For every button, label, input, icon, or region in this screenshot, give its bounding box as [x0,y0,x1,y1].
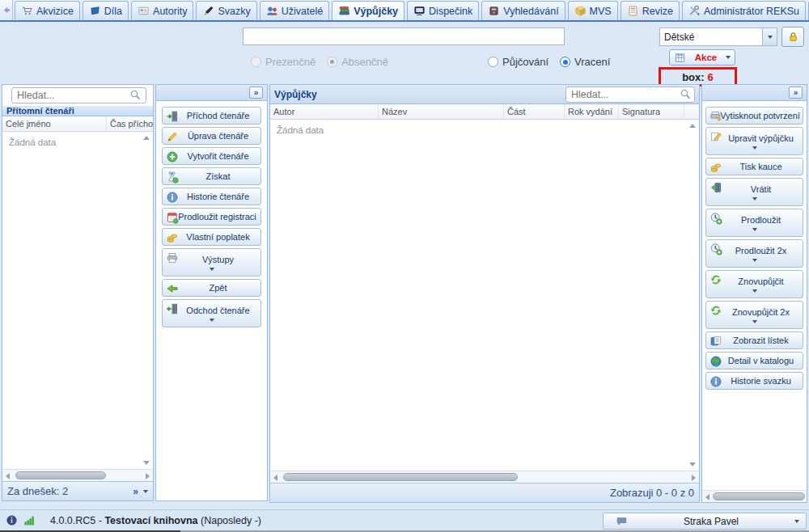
user-name: Straka Pavel [628,516,794,527]
box-value: 6 [708,71,714,83]
tab-svazky[interactable]: Svazky [196,1,256,20]
button-label: Prodloužit registraci [165,212,258,222]
version-number: 4.0.0.RC5 - [50,515,102,526]
action-vytisknout-potvrzeni[interactable]: Vytisknout potvrzení [705,107,803,125]
radio-pujcovani[interactable]: Půjčování [488,56,549,68]
action-zpet[interactable]: Zpět [162,279,261,297]
scrollbar-thumb[interactable] [283,473,518,481]
tab-uzivatele[interactable]: Uživatelé [260,1,329,20]
action-odchod-ctenare[interactable]: Odchod čtenáře [162,299,261,327]
table-icon [674,52,686,64]
department-value: Dětské [660,32,762,43]
action-upravit-vypujcku[interactable]: Upravit výpůjčku [705,127,803,155]
action-tisk-kauce[interactable]: Tisk kauce [705,158,803,175]
scroll-left-icon [705,494,709,500]
clock-plus-icon [709,212,722,225]
scroll-down-icon [689,462,696,467]
loans-search-input[interactable] [565,87,695,103]
column-cast[interactable]: Část [504,104,565,119]
tab-vypujcky[interactable]: Výpůjčky [332,1,404,20]
radio-prezencne[interactable]: Prezenčně [251,56,316,68]
action-historie-svazku[interactable]: Historie svazku [705,372,803,390]
footer-expand-button[interactable]: » [133,486,138,497]
column-cas-prichod[interactable]: Čas příchod [107,116,153,131]
works-icon [89,5,101,17]
user-button[interactable]: Straka Pavel [603,513,807,530]
akce-button[interactable]: Akce [669,49,735,65]
action-prodlouzit-2x[interactable]: Prodloužit 2x [705,239,803,268]
tab-vyhledavani[interactable]: Vyhledávání [481,1,565,20]
readers-vertical-scrollbar[interactable] [141,132,153,469]
calendar-icon [166,211,179,224]
reader-actions-body: Příchod čtenáře Úprava čtenáře Vytvořit … [156,101,267,500]
scrollbar-thumb[interactable] [713,492,805,500]
column-rok-vydani[interactable]: Rok vydání [565,104,619,119]
tab-revize[interactable]: Revize [621,1,680,20]
action-vratit[interactable]: Vrátit [705,178,803,206]
door-out-icon [166,302,179,315]
scrollbar-thumb[interactable] [15,471,106,479]
department-select[interactable]: Dětské [659,27,777,46]
column-cele-jmeno[interactable]: Celé jméno [2,116,107,131]
action-prodlouzit-registraci[interactable]: Prodloužit registraci [162,208,261,226]
action-vytvorit-ctenare[interactable]: Vytvořit čtenáře [162,147,261,165]
column-signatura[interactable]: Signatura [619,104,684,119]
action-vlastni-poplatek[interactable]: Vlastní poplatek [162,228,261,246]
box-label: box: [682,71,704,83]
action-detail-v-katalogu[interactable]: Detail v katalogu [705,352,803,369]
presence-radio-group: Prezenčně Absenčně [251,56,388,68]
column-autor[interactable]: Autor [270,104,379,119]
radio-icon [488,57,498,67]
panel-title: Výpůjčky [274,89,317,100]
button-label: Zpět [194,283,228,293]
tab-dila[interactable]: Díla [83,1,129,20]
action-ziskat[interactable]: Získat [162,167,261,185]
action-zobrazit-listek[interactable]: Zobrazit lístek [705,331,803,349]
empty-data-text: Žádná data [277,125,324,135]
radio-vraceni[interactable]: Vracení [560,56,610,68]
tab-label: Dispečink [429,6,472,17]
readers-search-input[interactable] [11,87,146,103]
tab-scroll-left-button[interactable] [0,0,13,20]
action-prichod-ctenare[interactable]: Příchod čtenáře [162,107,261,125]
loan-actions-scrollbar[interactable] [702,490,807,502]
tab-label: Autority [153,6,187,17]
action-znovupujcit[interactable]: Znovupůjčit [705,270,803,298]
readers-count-text: Za dnešek: 2 [7,485,68,497]
tab-akvizice[interactable]: Akvizice [15,1,80,20]
collapse-panel-button[interactable]: » [249,87,263,99]
loans-horizontal-scrollbar[interactable] [270,471,699,483]
button-label: Znovupůjčit [723,277,785,287]
signal-icon [23,514,36,526]
column-nazev[interactable]: Název [379,104,504,119]
package-icon [574,5,587,17]
tab-dispecink[interactable]: Dispečink [407,1,479,20]
loans-search [565,87,695,103]
mode-radio-group: Půjčování Vracení [488,56,610,68]
info-status-icon[interactable] [6,514,18,526]
button-label: Historie čtenáře [172,192,251,202]
tab-autority[interactable]: Autority [131,1,193,20]
radio-absencne[interactable]: Absenčně [327,56,388,68]
status-note: (Naposledy -) [201,515,261,526]
loans-vertical-scrollbar[interactable] [687,120,699,471]
action-prodlouzit[interactable]: Prodloužit [705,209,803,237]
loans-column-header: Autor Název Část Rok vydání Signatura [270,104,699,120]
collapse-panel-button[interactable]: » [789,87,803,99]
back-arrow-icon [166,282,179,295]
lock-button[interactable] [781,27,804,47]
action-uprava-ctenare[interactable]: Úprava čtenáře [162,127,261,145]
readers-horizontal-scrollbar[interactable] [2,469,153,481]
action-vystupy[interactable]: Výstupy [162,248,261,277]
tab-mvs[interactable]: MVS [568,1,618,20]
tab-administrator-reksu[interactable]: Administrátor REKSu [682,1,806,20]
action-historie-ctenare[interactable]: Historie čtenáře [162,188,261,205]
barcode-input[interactable] [243,27,565,45]
speech-bubble-icon [616,515,628,527]
chevron-down-icon[interactable] [143,490,148,493]
action-znovupujcit-2x[interactable]: Znovupůjčit 2x [705,301,803,329]
globe-icon [709,355,722,368]
department-dropdown-button[interactable] [762,28,777,45]
chevron-down-icon [752,259,757,262]
chevron-down-icon [752,146,757,150]
